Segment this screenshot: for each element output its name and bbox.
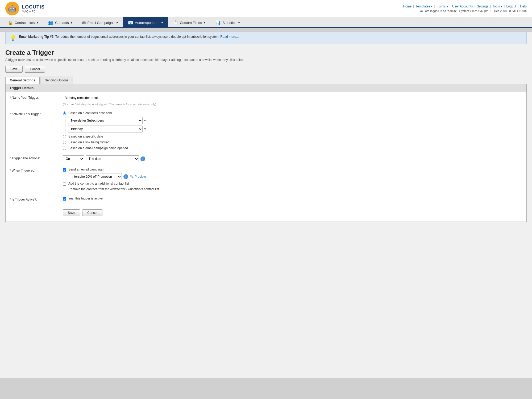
remove-contact-row: Remove the contact from the Newsletter S… — [63, 187, 522, 191]
add-contact-label: Add the contact to an additional contact… — [68, 182, 129, 185]
campaign-select-nested: Interspire 20% off Promotion i 🔍 Preview — [69, 173, 522, 180]
logo-sub: MAC + PC — [22, 10, 45, 13]
tab-general-settings[interactable]: General Settings — [5, 77, 40, 84]
logo-icon: 🤖 — [5, 2, 19, 15]
newsletter-list-dropdown[interactable]: Newsletter Subscribers — [68, 117, 143, 124]
tab-sending-options[interactable]: Sending Options — [40, 77, 73, 84]
name-trigger-row: * Name Your Trigger: (Such as 'birthday … — [6, 92, 526, 109]
send-email-row: Send an email campaign — [63, 168, 522, 172]
is-active-checkbox[interactable] — [63, 197, 66, 201]
tab-email-campaigns[interactable]: ✉ Email Campaigns ▾ — [77, 17, 123, 28]
tab-custom-fields[interactable]: 📋 Custom Fields ▾ — [168, 17, 210, 28]
trigger-timing-row: On Before After The date i — [63, 155, 522, 162]
nav-logout[interactable]: Logout — [506, 5, 516, 8]
cancel-button-bottom[interactable]: Cancel — [82, 209, 102, 216]
save-button-bottom[interactable]: Save — [63, 209, 80, 216]
name-trigger-label: * Name Your Trigger: — [10, 95, 63, 99]
radio-specific-date-input[interactable] — [63, 135, 66, 138]
add-contact-checkbox[interactable] — [63, 182, 66, 186]
send-email-label: Send an email campaign — [68, 168, 103, 171]
radio-campaign-opened: Based on a email campaign being opened — [63, 146, 522, 150]
timing-dropdown[interactable]: On Before After — [63, 155, 84, 162]
field-select-row: Birthday ▾ — [68, 126, 522, 132]
trigger-actions-content: On Before After The date i — [63, 155, 522, 162]
top-nav-links: Home | Templates ▾ | Forms ▾ | User Acco… — [403, 5, 527, 8]
campaign-row: Interspire 20% off Promotion i 🔍 Preview — [69, 173, 522, 180]
dropdown-arrow-list: ▾ — [144, 119, 146, 122]
autoresponders-icon: 📧 — [128, 20, 133, 25]
trigger-actions-row: * Trigger The Actions: On Before After T… — [6, 153, 526, 165]
chevron-down-icon: ▾ — [37, 21, 38, 24]
date-field-dropdown[interactable]: Birthday — [68, 126, 143, 132]
statistics-icon: 📊 — [215, 20, 221, 25]
chevron-down-icon: ▾ — [238, 21, 240, 24]
info-icon-campaign[interactable]: i — [123, 174, 128, 179]
main-nav: 🔒 Contact Lists ▾ 👥 Contacts ▾ ✉ Email C… — [0, 17, 532, 28]
chevron-down-icon: ▾ — [161, 21, 163, 24]
email-campaigns-icon: ✉ — [82, 20, 86, 25]
user-info: You are logged in as "admin" | System Ti… — [419, 9, 527, 13]
tab-contacts[interactable]: 👥 Contacts ▾ — [43, 17, 77, 28]
info-icon-actions[interactable]: i — [140, 156, 145, 161]
radio-link-clicked-input[interactable] — [63, 141, 66, 144]
nav-user-accounts[interactable]: User Accounts — [452, 5, 473, 8]
tip-body: To reduce the number of bogus email addr… — [55, 35, 219, 39]
top-action-buttons: Save Cancel — [5, 66, 527, 73]
chevron-down-icon: ▾ — [71, 21, 72, 24]
nav-tools[interactable]: Tools ▾ — [492, 5, 502, 8]
save-button-top[interactable]: Save — [5, 66, 23, 73]
contacts-icon: 👥 — [48, 20, 53, 25]
logo-name: LOCUTIS — [22, 4, 45, 10]
trigger-name-input[interactable] — [63, 95, 148, 101]
tab-contact-lists-label: Contact Lists — [15, 21, 35, 25]
remove-contact-checkbox[interactable] — [63, 188, 66, 191]
is-active-text: Yes, this trigger is active — [68, 197, 103, 200]
page-description: A trigger activates an action when a spe… — [5, 58, 527, 62]
radio-link-clicked: Based on a link being clicked — [63, 140, 522, 144]
trigger-details-header: Trigger Details — [6, 84, 526, 92]
cancel-button-top[interactable]: Cancel — [25, 66, 45, 73]
tab-autoresponders-label: Autoresponders — [135, 21, 159, 25]
radio-date-field-input[interactable] — [63, 111, 66, 115]
preview-icon: 🔍 — [130, 175, 134, 178]
when-triggered-row: * When Triggered: Send an email campaign… — [6, 165, 526, 194]
tab-autoresponders[interactable]: 📧 Autoresponders ▾ — [123, 17, 168, 28]
tip-read-more-link[interactable]: Read more... — [220, 35, 239, 39]
name-hint: (Such as 'birthday discount trigger'. Th… — [63, 103, 522, 106]
content-area: 💡 Email Marketing Tip #5: To reduce the … — [0, 32, 532, 378]
tip-icon: 💡 — [10, 35, 16, 41]
top-nav: Home | Templates ▾ | Forms ▾ | User Acco… — [403, 5, 527, 13]
tab-contact-lists[interactable]: 🔒 Contact Lists ▾ — [3, 17, 43, 28]
when-triggered-label: * When Triggered: — [10, 168, 63, 172]
date-reference-dropdown[interactable]: The date — [86, 155, 139, 162]
is-active-label: * Is Trigger Active?: — [10, 197, 63, 201]
send-email-checkbox[interactable] — [63, 168, 66, 172]
name-trigger-content: (Such as 'birthday discount trigger'. Th… — [63, 95, 522, 106]
tip-text: Email Marketing Tip #5: To reduce the nu… — [19, 35, 239, 39]
nested-date-selects: Newsletter Subscribers ▾ Birthday ▾ — [65, 117, 522, 132]
nav-help[interactable]: Help — [520, 5, 527, 8]
preview-link[interactable]: 🔍 Preview — [130, 175, 146, 178]
nav-home[interactable]: Home — [403, 5, 412, 8]
dropdown-arrow-field: ▾ — [144, 127, 146, 131]
is-active-content: Yes, this trigger is active — [63, 197, 522, 201]
campaign-dropdown[interactable]: Interspire 20% off Promotion — [69, 173, 122, 180]
radio-group: Based on a contact's date field Newslett… — [63, 111, 522, 150]
activate-trigger-row: * Activate This Trigger: Based on a cont… — [6, 109, 526, 153]
nav-templates[interactable]: Templates ▾ — [415, 5, 433, 8]
top-bar: 🤖 LOCUTIS MAC + PC Home | Templates ▾ | … — [0, 0, 532, 17]
chevron-down-icon: ▾ — [204, 21, 205, 24]
tab-statistics-label: Statistics — [222, 21, 236, 25]
radio-campaign-opened-input[interactable] — [63, 147, 66, 150]
add-contact-row: Add the contact to an additional contact… — [63, 182, 522, 186]
is-active-row: * Is Trigger Active?: Yes, this trigger … — [6, 194, 526, 204]
nav-settings[interactable]: Settings — [477, 5, 488, 8]
nav-forms[interactable]: Forms ▾ — [437, 5, 448, 8]
tab-email-campaigns-label: Email Campaigns — [87, 21, 114, 25]
tab-statistics[interactable]: 📊 Statistics ▾ — [210, 17, 245, 28]
custom-fields-icon: 📋 — [173, 20, 178, 25]
tip-bar: 💡 Email Marketing Tip #5: To reduce the … — [5, 32, 527, 44]
contact-lists-icon: 🔒 — [8, 20, 13, 25]
logo-area: 🤖 LOCUTIS MAC + PC — [5, 2, 45, 15]
form-tabs: General Settings Sending Options — [5, 77, 527, 84]
